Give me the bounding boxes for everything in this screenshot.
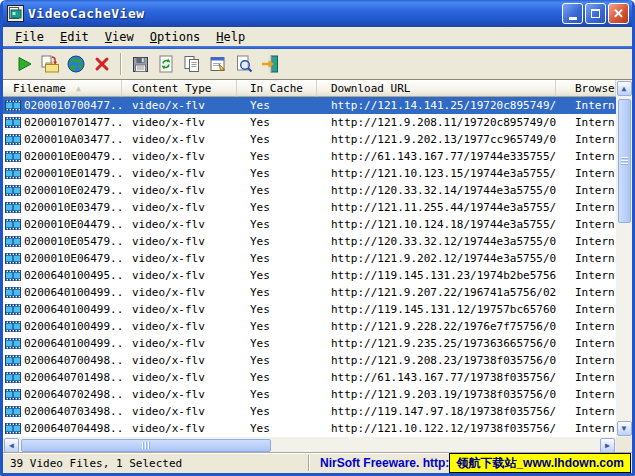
sort-ascending-icon: ▲ (76, 84, 81, 93)
table-row[interactable]: 0200640700498...video/x-flvYeshttp://121… (3, 352, 616, 369)
cell-filename[interactable]: 0200640701498... (3, 369, 122, 386)
table-row[interactable]: 0200640100499...video/x-flvYeshttp://121… (3, 318, 616, 335)
cell-content-type: video/x-flv (122, 284, 237, 301)
cell-filename[interactable]: 0200640100499... (3, 318, 122, 335)
cell-in-cache: Yes (237, 420, 317, 437)
table-row[interactable]: 0200640701498...video/x-flvYeshttp://61.… (3, 369, 616, 386)
cell-filename[interactable]: 0200640704498... (3, 420, 122, 437)
menu-options[interactable]: Options (142, 29, 209, 45)
maximize-button[interactable] (585, 3, 606, 24)
save-button[interactable] (127, 51, 153, 77)
table-row[interactable]: 0200010A03477...video/x-flvYeshttp://121… (3, 131, 616, 148)
properties-button[interactable] (205, 51, 231, 77)
cell-filename[interactable]: 0200010E02479... (3, 182, 122, 199)
cell-filename[interactable]: 0200010E01479... (3, 165, 122, 182)
column-header-filename[interactable]: Filename ▲ (3, 80, 122, 97)
chevron-down-icon: ▼ (622, 425, 627, 433)
open-in-browser-button[interactable] (63, 51, 89, 77)
open-in-browser-icon (66, 54, 86, 74)
horizontal-scroll-thumb[interactable] (21, 439, 271, 452)
cell-in-cache: Yes (237, 386, 317, 403)
column-header-download-url[interactable]: Download URL (317, 80, 556, 97)
cell-in-cache: Yes (237, 284, 317, 301)
cell-filename[interactable]: 0200640702498... (3, 386, 122, 403)
column-header-browser[interactable]: Browse (556, 80, 616, 97)
column-header-content-type[interactable]: Content Type (122, 80, 237, 97)
cell-filename[interactable]: 0200640100499... (3, 335, 122, 352)
cell-filename[interactable]: 0200640703498... (3, 403, 122, 420)
vertical-scrollbar[interactable]: ▲ ▼ (616, 80, 632, 437)
cell-download-url: http://120.33.32.14/19744e3a5755/020... (317, 182, 556, 199)
table-row[interactable]: 0200640100499...video/x-flvYeshttp://119… (3, 301, 616, 318)
table-row[interactable]: 0200010E02479...video/x-flvYeshttp://120… (3, 182, 616, 199)
table-row[interactable]: 0200010E00479...video/x-flvYeshttp://61.… (3, 148, 616, 165)
vertical-scroll-thumb[interactable] (618, 99, 631, 223)
cell-filename[interactable]: 0200010E05479... (3, 233, 122, 250)
cell-filename[interactable]: 0200640100499... (3, 284, 122, 301)
cell-browser: Intern (556, 250, 616, 267)
close-button[interactable]: ✕ (608, 3, 629, 24)
cell-filename[interactable]: 0200010E06479... (3, 250, 122, 267)
table-row[interactable]: 0200010E04479...video/x-flvYeshttp://121… (3, 216, 616, 233)
nirsoft-freeware-link[interactable]: NirSoft Freeware. http://w (320, 456, 465, 470)
scroll-right-button[interactable]: ▶ (600, 438, 615, 452)
table-row[interactable]: 0200010701477...video/x-flvYeshttp://121… (3, 114, 616, 131)
filename-text: 0200640100499... (24, 286, 122, 299)
cell-filename[interactable]: 0200640700498... (3, 352, 122, 369)
download-site-watermark[interactable]: 领航下载站_www.lhdown.com (449, 453, 631, 473)
table-row[interactable]: 0200010E01479...video/x-flvYeshttp://121… (3, 165, 616, 182)
scroll-up-button[interactable]: ▲ (617, 81, 632, 96)
cell-browser: Intern (556, 233, 616, 250)
copy-button[interactable] (179, 51, 205, 77)
cell-content-type: video/x-flv (122, 267, 237, 284)
find-button[interactable] (231, 51, 257, 77)
table-row[interactable]: 0200010E05479...video/x-flvYeshttp://120… (3, 233, 616, 250)
play-button[interactable] (11, 51, 37, 77)
table-row[interactable]: 0200640702498...video/x-flvYeshttp://121… (3, 386, 616, 403)
cell-content-type: video/x-flv (122, 216, 237, 233)
menu-file[interactable]: File (7, 29, 52, 45)
cell-browser: Intern (556, 386, 616, 403)
table-body: 0200010700477...video/x-flvYeshttp://121… (3, 97, 616, 437)
menu-view[interactable]: View (97, 29, 142, 45)
cell-filename[interactable]: 0200640100499... (3, 301, 122, 318)
cell-filename[interactable]: 0200640100495... (3, 267, 122, 284)
cell-download-url: http://121.9.228.22/1976e7f75756/020... (317, 318, 556, 335)
minimize-button[interactable] (562, 3, 583, 24)
copy-selected-files-button[interactable] (37, 51, 63, 77)
cell-in-cache: Yes (237, 148, 317, 165)
scroll-left-button[interactable]: ◀ (4, 438, 19, 452)
refresh-button[interactable] (153, 51, 179, 77)
film-strip-icon (5, 423, 21, 434)
menu-edit[interactable]: Edit (52, 29, 97, 45)
table-row[interactable]: 0200010700477...video/x-flvYeshttp://121… (3, 97, 616, 114)
cell-browser: Intern (556, 403, 616, 420)
table-row[interactable]: 0200010E03479...video/x-flvYeshttp://121… (3, 199, 616, 216)
cell-content-type: video/x-flv (122, 165, 237, 182)
cell-filename[interactable]: 0200010A03477... (3, 131, 122, 148)
titlebar[interactable]: VideoCacheView ✕ (3, 0, 632, 27)
table-row[interactable]: 0200640100499...video/x-flvYeshttp://121… (3, 335, 616, 352)
toolbar (3, 49, 632, 80)
column-header-in-cache[interactable]: In Cache (237, 80, 317, 97)
cell-filename[interactable]: 0200010E04479... (3, 216, 122, 233)
delete-button[interactable] (89, 51, 115, 77)
cell-filename[interactable]: 0200010E03479... (3, 199, 122, 216)
table-row[interactable]: 0200640100499...video/x-flvYeshttp://121… (3, 284, 616, 301)
cell-filename[interactable]: 0200010700477... (3, 97, 122, 114)
cell-in-cache: Yes (237, 233, 317, 250)
table-row[interactable]: 0200010E06479...video/x-flvYeshttp://121… (3, 250, 616, 267)
scroll-down-button[interactable]: ▼ (617, 421, 632, 436)
cell-filename[interactable]: 0200010E00479... (3, 148, 122, 165)
horizontal-scrollbar[interactable]: ◀ ▶ (3, 437, 616, 452)
table-row[interactable]: 0200640703498...video/x-flvYeshttp://119… (3, 403, 616, 420)
menu-help[interactable]: Help (208, 29, 253, 45)
cell-in-cache: Yes (237, 97, 317, 114)
cell-filename[interactable]: 0200010701477... (3, 114, 122, 131)
table-row[interactable]: 0200640100495...video/x-flvYeshttp://119… (3, 267, 616, 284)
filename-text: 0200640100495... (24, 269, 122, 282)
table-row[interactable]: 0200640704498...video/x-flvYeshttp://121… (3, 420, 616, 437)
exit-button[interactable] (257, 51, 283, 77)
cell-download-url: http://121.9.207.22/196741a5756/0200... (317, 284, 556, 301)
film-strip-icon (5, 100, 21, 111)
